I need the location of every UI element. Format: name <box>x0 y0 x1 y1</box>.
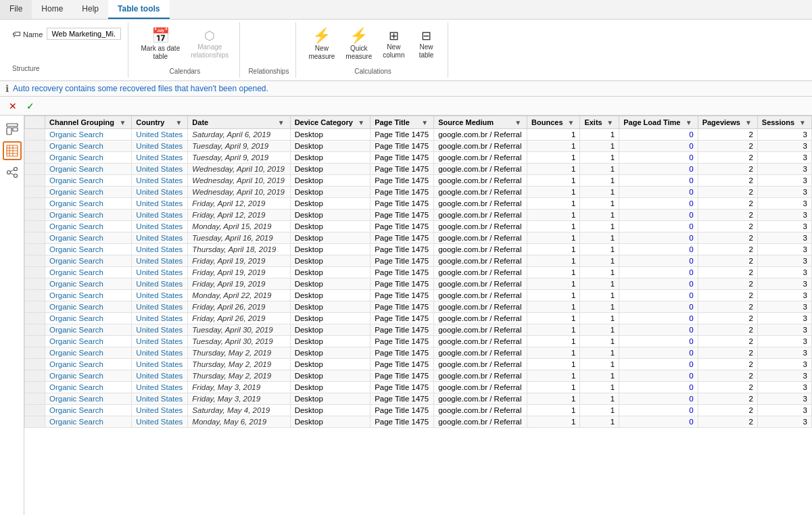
table-cell[interactable]: 1 <box>580 175 619 187</box>
table-cell[interactable]: Desktop <box>290 301 370 313</box>
table-cell[interactable]: 3 <box>757 359 811 370</box>
table-cell[interactable]: 0 <box>619 255 698 267</box>
table-cell[interactable]: Organic Search <box>45 175 132 187</box>
table-cell[interactable]: Organic Search <box>45 198 132 210</box>
table-cell[interactable]: 2 <box>698 141 757 152</box>
table-cell[interactable]: United States <box>132 267 188 278</box>
table-cell[interactable]: 2 <box>698 382 757 393</box>
table-cell[interactable]: Friday, April 19, 2019 <box>188 255 290 267</box>
table-cell[interactable]: United States <box>132 278 188 290</box>
filter-sessions[interactable]: ▼ <box>798 119 807 126</box>
table-cell[interactable]: Page Title 1475 <box>371 164 434 175</box>
table-cell[interactable]: 3 <box>757 301 811 313</box>
table-cell[interactable]: 0 <box>619 313 698 324</box>
table-cell[interactable]: google.com.br / Referral <box>434 359 527 370</box>
col-header-channel-grouping[interactable]: Channel Grouping ▼ <box>45 116 132 129</box>
table-cell[interactable]: 3 <box>757 370 811 382</box>
table-cell[interactable]: Organic Search <box>45 370 132 382</box>
table-cell[interactable]: Organic Search <box>45 336 132 347</box>
table-cell[interactable]: Desktop <box>290 336 370 347</box>
table-cell[interactable]: Page Title 1475 <box>371 278 434 290</box>
table-cell[interactable]: Desktop <box>290 244 370 255</box>
table-cell[interactable]: Organic Search <box>45 347 132 359</box>
table-cell[interactable]: United States <box>132 244 188 255</box>
tab-home[interactable]: Home <box>32 0 72 19</box>
table-cell[interactable]: 2 <box>698 232 757 244</box>
table-cell[interactable]: Page Title 1475 <box>371 393 434 405</box>
table-cell[interactable]: Desktop <box>290 370 370 382</box>
tab-file[interactable]: File <box>0 0 32 19</box>
table-cell[interactable]: 3 <box>757 221 811 232</box>
table-cell[interactable]: Wednesday, April 10, 2019 <box>188 164 290 175</box>
confirm-button[interactable]: ✓ <box>23 99 38 114</box>
table-cell[interactable]: United States <box>132 416 188 428</box>
table-cell[interactable]: United States <box>132 324 188 336</box>
table-cell[interactable]: 2 <box>698 221 757 232</box>
col-header-sessions[interactable]: Sessions ▼ <box>757 116 811 129</box>
table-cell[interactable]: Desktop <box>290 359 370 370</box>
filter-channel-grouping[interactable]: ▼ <box>118 119 127 126</box>
col-header-exits[interactable]: Exits ▼ <box>580 116 619 129</box>
table-cell[interactable]: Page Title 1475 <box>371 313 434 324</box>
table-cell[interactable]: 0 <box>619 416 698 428</box>
table-cell[interactable]: Monday, April 22, 2019 <box>188 290 290 301</box>
table-cell[interactable]: 2 <box>698 187 757 198</box>
table-cell[interactable]: google.com.br / Referral <box>434 244 527 255</box>
table-cell[interactable]: google.com.br / Referral <box>434 232 527 244</box>
table-cell[interactable]: Desktop <box>290 198 370 210</box>
table-cell[interactable]: 2 <box>698 290 757 301</box>
table-cell[interactable]: Page Title 1475 <box>371 152 434 164</box>
table-cell[interactable]: 2 <box>698 267 757 278</box>
table-cell[interactable]: Organic Search <box>45 405 132 416</box>
table-cell[interactable]: google.com.br / Referral <box>434 141 527 152</box>
table-cell[interactable]: 1 <box>527 255 580 267</box>
table-cell[interactable]: Organic Search <box>45 267 132 278</box>
table-cell[interactable]: Page Title 1475 <box>371 129 434 141</box>
table-cell[interactable]: 1 <box>580 347 619 359</box>
table-cell[interactable]: 1 <box>580 210 619 221</box>
new-measure-button[interactable]: ⚡ Newmeasure <box>304 26 339 64</box>
table-cell[interactable]: Page Title 1475 <box>371 382 434 393</box>
filter-pageviews[interactable]: ▼ <box>744 119 753 126</box>
table-cell[interactable]: 1 <box>527 301 580 313</box>
table-cell[interactable]: Desktop <box>290 164 370 175</box>
table-cell[interactable]: United States <box>132 198 188 210</box>
table-cell[interactable]: Desktop <box>290 141 370 152</box>
table-cell[interactable]: 3 <box>757 313 811 324</box>
table-cell[interactable]: Page Title 1475 <box>371 175 434 187</box>
table-cell[interactable]: 0 <box>619 141 698 152</box>
table-cell[interactable]: google.com.br / Referral <box>434 187 527 198</box>
table-cell[interactable]: Page Title 1475 <box>371 198 434 210</box>
table-cell[interactable]: 0 <box>619 405 698 416</box>
table-cell[interactable]: 1 <box>580 382 619 393</box>
table-cell[interactable]: 1 <box>527 141 580 152</box>
table-cell[interactable]: 0 <box>619 324 698 336</box>
table-cell[interactable]: United States <box>132 187 188 198</box>
new-table-button[interactable]: ⊟ Newtable <box>411 27 441 62</box>
table-cell[interactable]: Thursday, May 2, 2019 <box>188 347 290 359</box>
table-cell[interactable]: google.com.br / Referral <box>434 152 527 164</box>
table-cell[interactable]: 1 <box>527 187 580 198</box>
table-cell[interactable]: Tuesday, April 9, 2019 <box>188 141 290 152</box>
table-cell[interactable]: United States <box>132 393 188 405</box>
model-view-icon[interactable] <box>3 163 22 182</box>
filter-country[interactable]: ▼ <box>174 119 183 126</box>
data-view-icon[interactable] <box>3 141 22 160</box>
table-cell[interactable]: 3 <box>757 393 811 405</box>
table-cell[interactable]: 3 <box>757 382 811 393</box>
table-cell[interactable]: 1 <box>527 278 580 290</box>
table-cell[interactable]: Organic Search <box>45 313 132 324</box>
table-cell[interactable]: Desktop <box>290 175 370 187</box>
table-cell[interactable]: 2 <box>698 359 757 370</box>
table-cell[interactable]: Desktop <box>290 313 370 324</box>
table-cell[interactable]: 2 <box>698 198 757 210</box>
table-cell[interactable]: Friday, May 3, 2019 <box>188 393 290 405</box>
table-cell[interactable]: Page Title 1475 <box>371 210 434 221</box>
table-cell[interactable]: Tuesday, April 16, 2019 <box>188 232 290 244</box>
table-cell[interactable]: Page Title 1475 <box>371 221 434 232</box>
table-cell[interactable]: Page Title 1475 <box>371 255 434 267</box>
table-cell[interactable]: Tuesday, April 30, 2019 <box>188 336 290 347</box>
table-cell[interactable]: Organic Search <box>45 255 132 267</box>
table-cell[interactable]: United States <box>132 175 188 187</box>
table-cell[interactable]: 0 <box>619 210 698 221</box>
